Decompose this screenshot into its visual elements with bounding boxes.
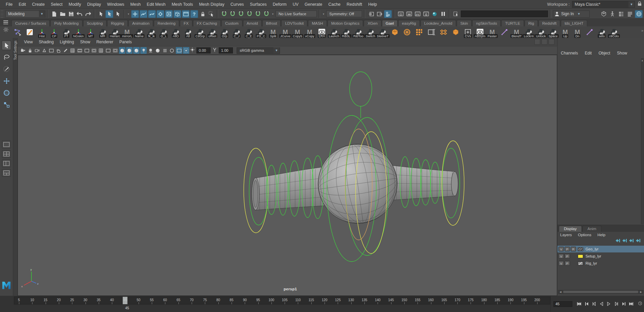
- layer-visible-toggle[interactable]: V: [558, 247, 564, 251]
- shelf-button-cvs[interactable]: CVs: [462, 26, 474, 38]
- smooth-shade-icon[interactable]: [126, 47, 133, 54]
- shelf-button-orange-wheel-32[interactable]: [401, 26, 413, 38]
- bookmark-icon[interactable]: [41, 47, 47, 54]
- exposure-icon[interactable]: [190, 47, 195, 53]
- colorspace-select[interactable]: sRGB gamma ▼: [237, 47, 280, 54]
- channel-box-menu-show[interactable]: Show: [617, 51, 627, 55]
- separator[interactable]: [449, 10, 450, 18]
- shelf-button-orange-grid-33[interactable]: [413, 26, 425, 38]
- shelf-button-select-graph-0[interactable]: [11, 26, 24, 38]
- shelf-button-g-l[interactable]: G_L: [158, 26, 170, 38]
- shelf-tab-rendering[interactable]: Rendering: [154, 20, 179, 26]
- new-scene-icon[interactable]: [50, 10, 58, 18]
- workspace-select[interactable]: Maya Classic* ▼: [572, 1, 635, 8]
- layer-playback-toggle[interactable]: P: [565, 254, 570, 259]
- shelf-tab-turtle[interactable]: TURTLE: [501, 20, 524, 26]
- output-connections-icon[interactable]: [376, 10, 383, 18]
- quick-selection-icon[interactable]: [452, 10, 460, 18]
- shelf-tab-fx-caching[interactable]: FX Caching: [193, 20, 221, 26]
- shelf-button-pencil-page-1[interactable]: [24, 26, 36, 38]
- menu-help[interactable]: Help: [365, 0, 380, 9]
- isolate-select-icon[interactable]: [183, 47, 189, 54]
- menu-create[interactable]: Create: [29, 0, 48, 9]
- new-layer-from-selected-icon[interactable]: [636, 238, 641, 244]
- channel-box-menu-object[interactable]: Object: [598, 51, 610, 55]
- shelf-button-mt[interactable]: MT: [85, 26, 97, 38]
- menu-redshift[interactable]: Redshift: [343, 0, 365, 9]
- anti-aliasing-icon[interactable]: [162, 47, 168, 54]
- play-backwards-button[interactable]: [598, 300, 605, 307]
- panel-menu-shading[interactable]: Shading: [36, 40, 57, 44]
- panel-menu-show[interactable]: Show: [77, 40, 93, 44]
- panel-menu-view[interactable]: View: [21, 40, 36, 44]
- channel-box-scrollbar[interactable]: ▲: [641, 58, 644, 224]
- pane-split-icon[interactable]: [542, 39, 547, 45]
- menu-edit[interactable]: Edit: [16, 0, 29, 9]
- input-connections-icon[interactable]: [367, 10, 375, 18]
- shelf-button-orange-box-36[interactable]: [450, 26, 462, 38]
- shelf-button-name[interactable]: Name: [133, 26, 145, 38]
- grid-icon[interactable]: [69, 47, 76, 54]
- undo-icon[interactable]: [76, 10, 84, 18]
- shelf-button-copy5[interactable]: MCopy5: [291, 26, 304, 38]
- shelf-button-ft[interactable]: FT: [60, 26, 72, 38]
- save-scene-icon[interactable]: [67, 10, 75, 18]
- scale-tool[interactable]: [2, 100, 11, 109]
- snap-magnet-curve-icon[interactable]: [229, 10, 236, 18]
- time-ruler[interactable]: 5101520253035404550556065707580859095100…: [14, 296, 550, 305]
- snap-magnet-grid-icon[interactable]: [220, 10, 228, 18]
- current-frame-marker[interactable]: [123, 297, 127, 304]
- chevron-down-icon[interactable]: ▾: [322, 13, 325, 16]
- shelf-button-offset[interactable]: offset: [206, 26, 218, 38]
- menu-file[interactable]: File: [3, 0, 16, 9]
- shelf-button-all[interactable]: All: [182, 26, 194, 38]
- modeling-toolkit-icon[interactable]: [600, 10, 607, 18]
- menu-modify[interactable]: Modify: [66, 0, 84, 9]
- separator[interactable]: [550, 10, 551, 18]
- highlight-selection-mode-icon[interactable]: [207, 10, 215, 18]
- use-all-lights-icon[interactable]: [140, 47, 147, 54]
- sort-layers-down-icon[interactable]: [622, 238, 627, 244]
- grease-pencil-icon[interactable]: [62, 47, 69, 54]
- panel-menu-panels[interactable]: Panels: [116, 40, 135, 44]
- snap-to-point-icon[interactable]: [148, 10, 156, 18]
- shelf-button-split[interactable]: MSplit: [267, 26, 279, 38]
- snap-to-curve-icon[interactable]: [140, 10, 147, 18]
- shelf-tab-sculpting[interactable]: Sculpting: [83, 20, 106, 26]
- tool-settings-strip[interactable]: Tool Settings: [13, 38, 18, 296]
- shelf-button-orange-tiles-35[interactable]: [437, 26, 450, 38]
- shelf-tab-ldvtoolkit[interactable]: LDVToolkit: [281, 20, 307, 26]
- shelf-button-allo[interactable]: AllO: [170, 26, 182, 38]
- go-to-end-button[interactable]: [628, 300, 635, 307]
- go-to-start-button[interactable]: [576, 300, 582, 307]
- step-forward-frame-button[interactable]: [620, 300, 627, 307]
- shelf-tab-rigging[interactable]: Rigging: [107, 20, 128, 26]
- layer-visible-toggle[interactable]: V: [558, 254, 564, 259]
- play-forwards-button[interactable]: [605, 300, 612, 307]
- safe-action-icon[interactable]: [105, 47, 111, 54]
- separator[interactable]: [364, 10, 365, 18]
- shelf-button-switch[interactable]: Switch: [364, 26, 377, 38]
- menu-display[interactable]: Display: [84, 0, 104, 9]
- xray-icon[interactable]: [176, 47, 182, 54]
- motion-blur-icon[interactable]: [169, 47, 175, 54]
- step-back-frame-button[interactable]: [583, 300, 590, 307]
- single-pane-layout[interactable]: [2, 141, 11, 148]
- symmetry-field[interactable]: Symmetry: Off: [326, 10, 362, 17]
- shelf-tab-motion-graphics[interactable]: Motion Graphics: [328, 20, 363, 26]
- menu-surfaces[interactable]: Surfaces: [247, 0, 269, 9]
- shelf-button-launch[interactable]: Launch: [328, 26, 340, 38]
- menu-set-select[interactable]: Modeling ▼: [5, 10, 45, 18]
- shelf-button-c-j[interactable]: C_J: [231, 26, 243, 38]
- layer-editor-hscrollbar[interactable]: ◀ ▶: [558, 290, 643, 294]
- shelf-button-lockhi[interactable]: LockHi: [523, 26, 535, 38]
- shelf-button-up[interactable]: MUp: [559, 26, 571, 38]
- shelf-button-dn[interactable]: MDn: [571, 26, 583, 38]
- shelf-button-ctlgrp[interactable]: CtlGrp: [194, 26, 206, 38]
- shelf-tab-lookdev-arnold[interactable]: Lookdev_Arnold: [421, 20, 456, 26]
- shelf-button-cp[interactable]: CP: [48, 26, 60, 38]
- select-hierarchy-icon[interactable]: [97, 10, 105, 18]
- make-live-icon[interactable]: [165, 10, 173, 18]
- layer-display-type-toggle[interactable]: [571, 254, 576, 259]
- move-tool[interactable]: [2, 76, 11, 86]
